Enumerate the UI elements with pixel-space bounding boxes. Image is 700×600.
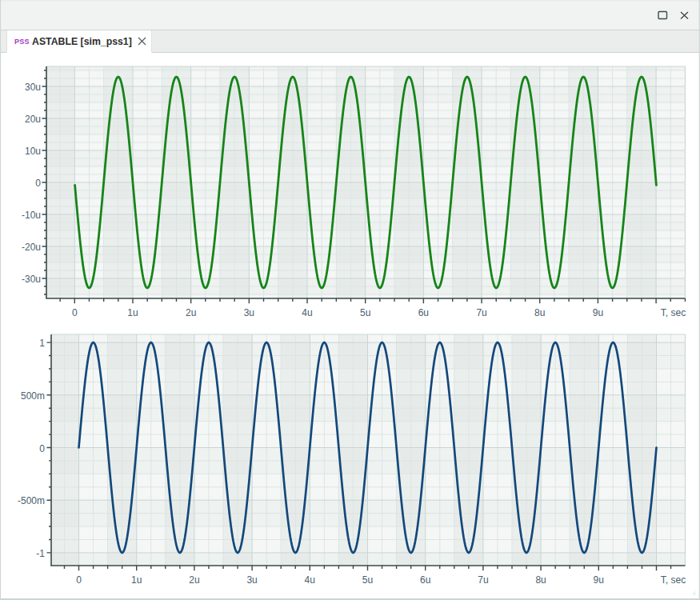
svg-text:4u: 4u xyxy=(302,307,312,318)
svg-text:ASTABLE [sim_pss1]: ASTABLE [sim_pss1] xyxy=(32,35,132,47)
svg-text:-30u: -30u xyxy=(22,274,41,285)
svg-text:1: 1 xyxy=(39,338,45,349)
svg-text:-20u: -20u xyxy=(22,242,41,253)
svg-text:-1: -1 xyxy=(36,548,45,559)
svg-text:1u: 1u xyxy=(131,574,142,586)
svg-text:5u: 5u xyxy=(362,574,373,586)
svg-text:10u: 10u xyxy=(25,146,41,157)
svg-text:8u: 8u xyxy=(534,307,545,318)
svg-text:0: 0 xyxy=(72,307,78,318)
svg-text:6u: 6u xyxy=(420,574,430,586)
svg-text:2u: 2u xyxy=(186,307,196,318)
svg-text:-10u: -10u xyxy=(22,210,41,221)
svg-text:500m: 500m xyxy=(21,390,45,402)
svg-text:5u: 5u xyxy=(360,307,370,318)
svg-text:6u: 6u xyxy=(418,307,429,318)
svg-text:9u: 9u xyxy=(593,307,603,318)
svg-text:3u: 3u xyxy=(246,574,257,586)
svg-text:3u: 3u xyxy=(244,307,254,318)
svg-text:0: 0 xyxy=(35,178,41,189)
svg-text:0: 0 xyxy=(76,574,82,586)
svg-text:9u: 9u xyxy=(594,574,604,586)
svg-text:2u: 2u xyxy=(189,574,199,586)
svg-text:PSS: PSS xyxy=(14,38,30,46)
svg-text:7u: 7u xyxy=(478,574,488,586)
svg-text:30u: 30u xyxy=(25,82,41,93)
svg-text:4u: 4u xyxy=(305,574,315,586)
svg-text:T, sec: T, sec xyxy=(661,574,686,586)
svg-text:T, sec: T, sec xyxy=(661,307,686,318)
svg-text:8u: 8u xyxy=(535,574,546,586)
svg-text:0: 0 xyxy=(39,443,45,454)
svg-text:-500m: -500m xyxy=(18,495,45,506)
svg-text:1u: 1u xyxy=(127,307,138,318)
svg-text:7u: 7u xyxy=(476,307,486,318)
svg-text:20u: 20u xyxy=(25,114,41,125)
